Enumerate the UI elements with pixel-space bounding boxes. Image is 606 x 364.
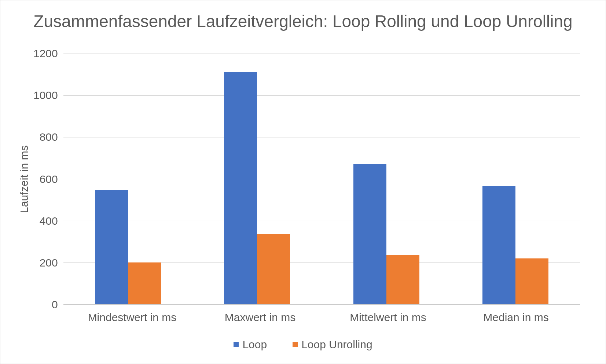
bar xyxy=(257,234,290,304)
chart-container: Zusammenfassender Laufzeitvergleich: Loo… xyxy=(0,0,606,364)
bar xyxy=(482,186,515,304)
y-axis-label-text: Laufzeit in ms xyxy=(18,145,30,213)
chart-legend: LoopLoop Unrolling xyxy=(4,324,602,360)
chart-title: Zusammenfassender Laufzeitvergleich: Loo… xyxy=(4,4,602,43)
legend-label: Loop Unrolling xyxy=(301,338,372,351)
bar-group xyxy=(192,54,322,304)
bar-group xyxy=(63,54,192,304)
bar-group xyxy=(451,54,580,304)
legend-item: Loop xyxy=(234,338,267,351)
bar xyxy=(515,258,548,304)
x-tick-label: Mindestwert in ms xyxy=(68,305,196,324)
x-tick-label: Median in ms xyxy=(452,305,580,324)
y-axis-label: Laufzeit in ms xyxy=(15,54,33,305)
bars-layer xyxy=(63,54,580,304)
chart-inner: Zusammenfassender Laufzeitvergleich: Loo… xyxy=(4,4,602,360)
legend-swatch xyxy=(234,342,239,347)
legend-item: Loop Unrolling xyxy=(293,338,372,351)
legend-swatch xyxy=(293,342,298,347)
bar xyxy=(353,164,386,304)
bar xyxy=(386,255,419,304)
bar xyxy=(224,72,257,304)
x-tick-label: Mittelwert in ms xyxy=(324,305,452,324)
bar xyxy=(95,190,128,304)
bar-group xyxy=(322,54,451,304)
legend-label: Loop xyxy=(242,338,267,351)
plot-wrapper: Laufzeit in ms 120010008006004002000 xyxy=(4,43,602,305)
plot-area xyxy=(63,54,580,305)
x-axis-labels-row: Mindestwert in msMaxwert in msMittelwert… xyxy=(4,305,602,324)
y-axis-ticks: 120010008006004002000 xyxy=(33,54,63,305)
x-tick-label: Maxwert in ms xyxy=(196,305,324,324)
bar xyxy=(128,262,161,304)
